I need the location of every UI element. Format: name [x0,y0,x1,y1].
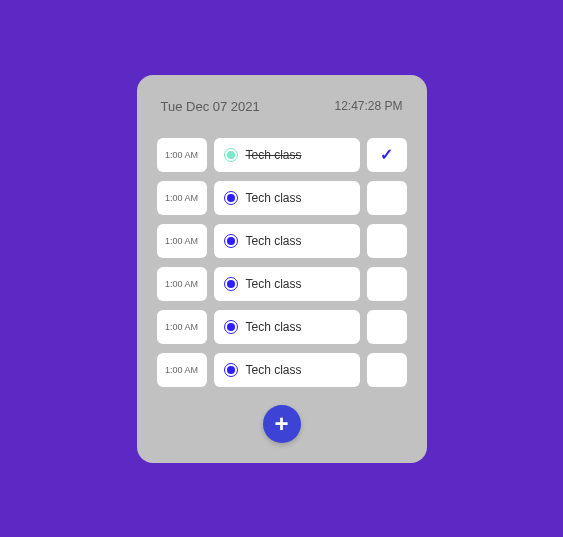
add-button-container: + [157,405,407,443]
task-time: 1:00 AM [157,353,207,387]
task-check-button[interactable] [367,181,407,215]
date-label: Tue Dec 07 2021 [161,99,260,114]
task-time: 1:00 AM [157,181,207,215]
radio-icon[interactable] [224,148,238,162]
radio-inner-icon [227,366,235,374]
task-row: 1:00 AMTech class [157,267,407,301]
task-row: 1:00 AMTech class [157,310,407,344]
time-label: 12:47:28 PM [334,99,402,113]
radio-inner-icon [227,237,235,245]
radio-icon[interactable] [224,277,238,291]
task-check-button[interactable] [367,267,407,301]
plus-icon: + [274,412,288,436]
task-item[interactable]: Tech class [214,353,360,387]
radio-icon[interactable] [224,320,238,334]
radio-icon[interactable] [224,191,238,205]
task-row: 1:00 AMTech class [157,181,407,215]
task-row: 1:00 AMTech class [157,353,407,387]
task-row: 1:00 AMTech class✓ [157,138,407,172]
radio-icon[interactable] [224,234,238,248]
task-time: 1:00 AM [157,310,207,344]
task-time: 1:00 AM [157,138,207,172]
task-item[interactable]: Tech class [214,181,360,215]
task-time: 1:00 AM [157,224,207,258]
task-label: Tech class [246,148,302,162]
todo-card: Tue Dec 07 2021 12:47:28 PM 1:00 AMTech … [137,75,427,463]
check-icon: ✓ [380,145,393,164]
header: Tue Dec 07 2021 12:47:28 PM [157,99,407,114]
task-check-button[interactable] [367,224,407,258]
task-time: 1:00 AM [157,267,207,301]
task-label: Tech class [246,363,302,377]
task-label: Tech class [246,191,302,205]
task-check-button[interactable] [367,353,407,387]
task-check-button[interactable] [367,310,407,344]
radio-inner-icon [227,194,235,202]
task-item[interactable]: Tech class [214,267,360,301]
task-row: 1:00 AMTech class [157,224,407,258]
task-label: Tech class [246,234,302,248]
task-label: Tech class [246,277,302,291]
task-item[interactable]: Tech class [214,224,360,258]
task-check-button[interactable]: ✓ [367,138,407,172]
task-item[interactable]: Tech class [214,310,360,344]
radio-icon[interactable] [224,363,238,377]
task-item[interactable]: Tech class [214,138,360,172]
add-task-button[interactable]: + [263,405,301,443]
radio-inner-icon [227,323,235,331]
task-label: Tech class [246,320,302,334]
radio-inner-icon [227,151,235,159]
radio-inner-icon [227,280,235,288]
task-list: 1:00 AMTech class✓1:00 AMTech class1:00 … [157,138,407,387]
